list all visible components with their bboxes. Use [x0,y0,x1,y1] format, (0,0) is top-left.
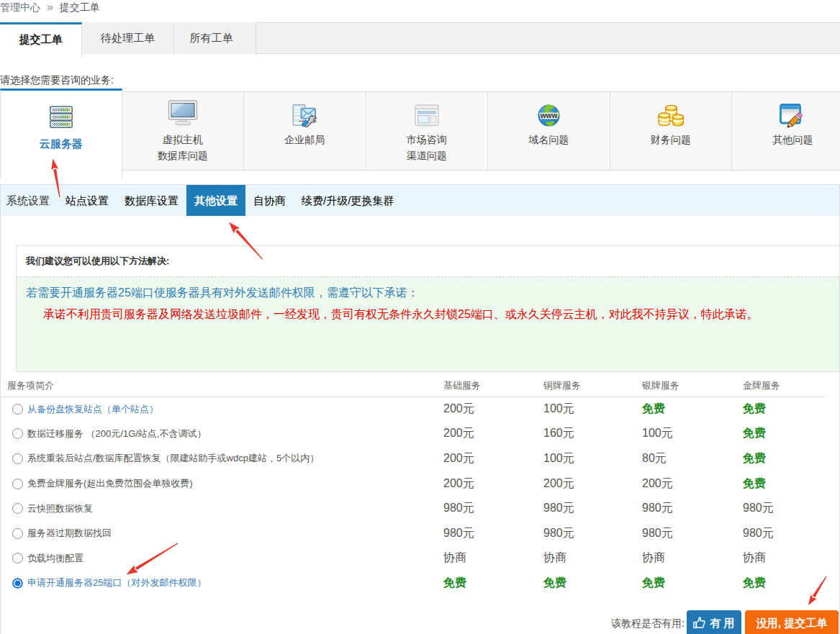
svg-text:www: www [539,112,557,119]
